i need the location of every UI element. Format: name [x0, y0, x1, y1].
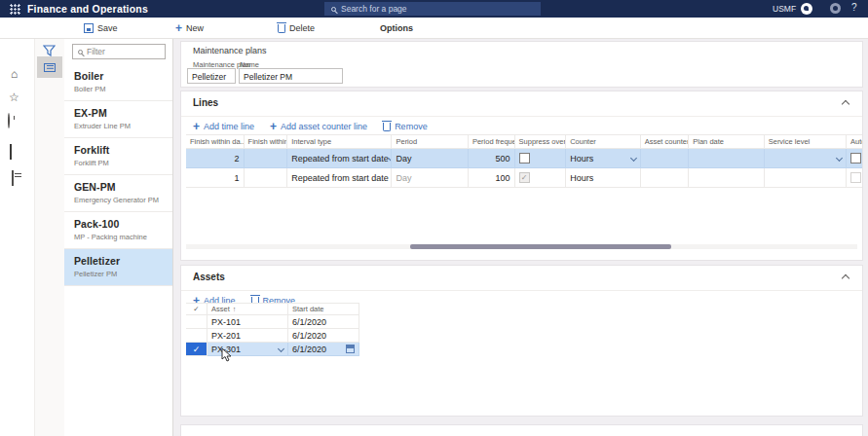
- cell-asset-counter-type[interactable]: [641, 168, 690, 188]
- cell-finish-days[interactable]: 1: [186, 168, 245, 188]
- list-item-forklift[interactable]: Forklift Forklift PM: [64, 138, 172, 175]
- save-button[interactable]: Save: [84, 21, 118, 35]
- list-item-title: Pelletizer: [74, 255, 172, 267]
- cell-asset[interactable]: PX-301: [208, 343, 288, 356]
- asset-row[interactable]: PX-201 6/1/2020: [186, 329, 360, 343]
- cell-frequency[interactable]: 100: [469, 168, 515, 188]
- cell-asset[interactable]: PX-201: [208, 329, 288, 343]
- add-asset-counter-line-button[interactable]: Add asset counter line: [270, 122, 367, 131]
- company-selector[interactable]: USMF: [773, 4, 796, 14]
- cell-period[interactable]: Day: [392, 149, 468, 168]
- list-item-pack-100[interactable]: Pack-100 MP - Packing machine: [64, 212, 172, 249]
- cell-auto[interactable]: [847, 149, 862, 168]
- favorites-star-icon[interactable]: ☆: [8, 91, 20, 104]
- horizontal-scrollbar[interactable]: [186, 244, 857, 249]
- checkbox-unchecked[interactable]: [850, 153, 861, 164]
- delete-button[interactable]: Delete: [278, 21, 315, 35]
- list-item-boiler[interactable]: Boiler Boiler PM: [64, 64, 172, 101]
- dropdown-chevron-icon[interactable]: [278, 345, 284, 352]
- cell-frequency[interactable]: 500: [469, 149, 515, 168]
- search-icon: [331, 7, 336, 12]
- action-pane: Save New Delete Options 0: [0, 18, 868, 39]
- calendar-icon[interactable]: [346, 345, 355, 353]
- cell-service-level[interactable]: [765, 149, 847, 168]
- col-start-date[interactable]: Start date: [288, 303, 359, 315]
- col-service-level[interactable]: Service level: [765, 134, 847, 149]
- cell-plan-date[interactable]: [689, 149, 764, 168]
- asset-row-selected[interactable]: ✓ PX-301 6/1/2020: [186, 343, 360, 356]
- cell-suppress-overlap[interactable]: [515, 149, 567, 168]
- name-field-input[interactable]: Pelletizer PM: [239, 68, 343, 84]
- list-item-pelletizer-selected[interactable]: Pelletizer Pelletizer PM: [64, 249, 172, 286]
- checkbox-unchecked[interactable]: [519, 153, 530, 164]
- add-time-line-label: Add time line: [204, 122, 254, 131]
- lines-section-header[interactable]: Lines: [181, 91, 862, 117]
- filter-input[interactable]: Filter: [72, 44, 166, 59]
- row-select-checkbox[interactable]: [186, 315, 208, 329]
- col-asset[interactable]: Asset ↑: [208, 303, 288, 315]
- plan-field-input[interactable]: Pelletizer: [187, 68, 236, 84]
- cell-finish-hours[interactable]: [245, 168, 288, 188]
- assets-section: Assets Add line Remove ✓ Asset ↑ Start d…: [180, 265, 863, 417]
- add-icon: [193, 122, 200, 131]
- cell-service-level[interactable]: [765, 168, 847, 188]
- home-icon[interactable]: ⌂: [8, 68, 20, 81]
- cell-start-date[interactable]: 6/1/2020: [288, 329, 359, 343]
- settings-gear-icon[interactable]: [830, 3, 841, 14]
- new-button[interactable]: New: [175, 21, 204, 35]
- cell-auto[interactable]: [847, 168, 862, 188]
- cell-finish-hours[interactable]: [245, 149, 288, 168]
- workspaces-icon[interactable]: [10, 144, 12, 160]
- add-time-line-button[interactable]: Add time line: [193, 122, 254, 131]
- cell-asset[interactable]: PX-101: [208, 315, 288, 329]
- cell-start-date[interactable]: 6/1/2020: [288, 343, 359, 356]
- cell-suppress-overlap[interactable]: ✓: [515, 168, 567, 188]
- dropdown-chevron-icon[interactable]: [630, 155, 637, 162]
- row-select-checkbox-checked[interactable]: ✓: [186, 343, 208, 356]
- cell-counter[interactable]: Hours: [566, 168, 640, 188]
- modules-list-icon[interactable]: [12, 170, 14, 186]
- col-auto[interactable]: Auto: [847, 134, 862, 149]
- col-asset-counter-type[interactable]: Asset counter ti...: [641, 134, 690, 149]
- col-finish-within-days[interactable]: Finish within da...: [186, 134, 245, 149]
- cell-plan-date[interactable]: [689, 168, 764, 188]
- list-item-ex-pm[interactable]: EX-PM Extruder Line PM: [64, 101, 172, 138]
- options-label: Options: [380, 23, 413, 33]
- app-launcher-waffle-icon[interactable]: [10, 4, 20, 15]
- cell-start-date[interactable]: 6/1/2020: [288, 315, 359, 329]
- list-item-gen-pm[interactable]: GEN-PM Emergency Generator PM: [64, 175, 172, 212]
- help-icon[interactable]: ?: [851, 2, 857, 13]
- lines-remove-button[interactable]: Remove: [383, 122, 428, 131]
- col-finish-within-hours[interactable]: Finish within h...: [245, 134, 288, 149]
- col-counter[interactable]: Counter: [566, 134, 640, 149]
- col-plan-date[interactable]: Plan date: [689, 134, 764, 149]
- lines-section: Lines Add time line Add asset counter li…: [180, 91, 863, 261]
- col-period-frequency[interactable]: Period frequency: [469, 134, 515, 149]
- select-all-checkmark-icon[interactable]: ✓: [186, 303, 208, 315]
- scrollbar-thumb[interactable]: [410, 244, 671, 249]
- cell-finish-days[interactable]: 2: [186, 149, 245, 168]
- col-period[interactable]: Period: [392, 134, 468, 149]
- cell-asset-counter-type[interactable]: [641, 149, 690, 168]
- dropdown-chevron-icon[interactable]: [836, 155, 843, 162]
- lines-row-selected[interactable]: 2 Repeated from start date Day 500 Hours: [186, 149, 862, 168]
- asset-row[interactable]: PX-101 6/1/2020: [186, 315, 360, 329]
- notifications-bell-icon[interactable]: [801, 3, 812, 15]
- col-interval-type[interactable]: Interval type: [287, 134, 392, 149]
- lines-row[interactable]: 1 Repeated from start date Day 100 ✓ Hou…: [186, 168, 862, 188]
- cell-interval-type[interactable]: Repeated from start date: [287, 168, 392, 188]
- collapse-chevron-icon[interactable]: [842, 274, 849, 282]
- cell-interval-type[interactable]: Repeated from start date: [287, 149, 392, 168]
- options-button[interactable]: Options: [380, 21, 413, 35]
- recent-clock-icon[interactable]: [8, 113, 10, 128]
- collapse-chevron-icon[interactable]: [842, 100, 849, 108]
- global-search-input[interactable]: Search for a page: [324, 2, 541, 16]
- col-suppress-overlap[interactable]: Suppress overl...: [515, 134, 567, 149]
- maintenance-plan-header-card: Maintenance plans Maintenance plan Name …: [180, 41, 863, 88]
- col-asset-label: Asset: [211, 305, 230, 313]
- assets-section-header[interactable]: Assets: [181, 266, 862, 291]
- row-select-checkbox[interactable]: [186, 329, 208, 343]
- cell-counter[interactable]: Hours: [566, 149, 640, 168]
- cell-period[interactable]: Day: [392, 168, 468, 188]
- list-view-tab[interactable]: [37, 56, 62, 78]
